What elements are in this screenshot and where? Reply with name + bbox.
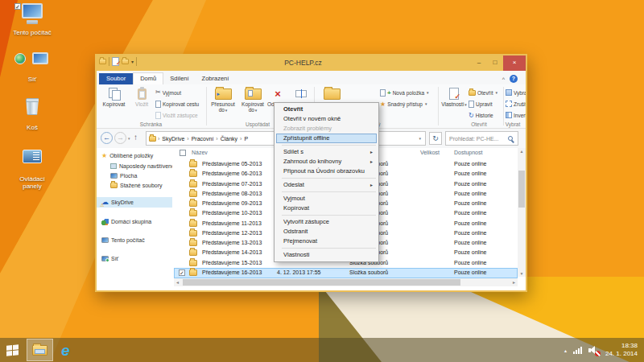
qat-chevron-icon[interactable]: ▾ [131,59,134,64]
button-label: Vložit [135,101,148,107]
back-button[interactable]: ← [101,132,113,144]
vertical-scroll-thumb[interactable] [518,171,525,208]
file-type: Složka souborů [349,269,388,275]
ribbon-collapse-icon[interactable]: ^ [502,76,505,82]
scroll-up-icon[interactable]: ▲ [518,149,526,154]
close-button[interactable]: × [503,56,526,71]
history-button[interactable]: ↻ Historie [469,110,493,120]
scroll-down-icon[interactable]: ▼ [518,271,526,276]
new-folder-qat-icon[interactable] [122,59,129,64]
panel-glyph [23,150,42,163]
desktop-icon-this-pc[interactable]: ✓ Tento počítač [10,2,55,36]
title-bar[interactable]: ✓ ▾ PC-HELP.cz – □ × [97,56,526,71]
start-button[interactable] [2,339,23,361]
column-header-size[interactable]: Velikost [391,150,440,155]
column-header-name[interactable]: Název [192,150,208,155]
taskbar-item-explorer[interactable] [27,339,53,361]
menu-item-zpristupnit-offline[interactable]: Zpřístupnit offline [276,134,377,143]
search-input[interactable]: Prohledat: PC-HE... [445,131,518,146]
edit-button[interactable]: Upravit [469,99,493,109]
menu-item-zahrnout-do-knihovny[interactable]: Zahrnout do knihovny► [275,157,378,167]
tab-domu[interactable]: Domů [133,72,163,84]
desktop-icon-recycle-bin[interactable]: Koš [10,97,55,131]
tab-soubor[interactable]: Soubor [99,73,133,84]
breadcrumb-item[interactable]: ›Pracovní [185,136,214,142]
paste-button[interactable]: Vložit [130,86,154,107]
breadcrumb-item[interactable]: ›P [238,136,249,142]
column-header-availability[interactable]: Dostupnost [454,150,482,155]
menu-item-odeslat[interactable]: Odeslat► [275,180,378,190]
paste-shortcut-button[interactable]: Vložit zástupce [155,110,198,120]
breadcrumb-item[interactable]: ›SkyDrive [156,136,185,142]
chevron-down-icon: ▾ [225,108,228,113]
address-dropdown-icon[interactable]: ▾ [419,136,423,141]
vertical-scrollbar[interactable]: ▲ ▼ [518,148,526,277]
help-icon[interactable]: ? [510,75,518,83]
properties-button[interactable]: ✓ Vlastnosti▾ [440,86,468,108]
menu-item-otevrit-v-novem-okne[interactable]: Otevřít v novém okně [275,114,378,124]
desktop-icon-control-panel[interactable]: Ovládací panely [10,146,55,190]
properties-qat-icon[interactable]: ✓ [112,57,119,66]
submenu-arrow-icon: ► [369,147,374,157]
copy-to-button[interactable]: Kopírovat do▾ [238,86,267,113]
tab-zobrazeni[interactable]: Zobrazení [196,73,236,84]
scroll-left-icon[interactable]: ◂ [174,278,181,286]
file-availability: Pouze online [454,240,486,245]
menu-item-otevrit[interactable]: Otevřít [275,105,378,114]
row-checkbox[interactable]: ✓ [179,269,185,276]
select-all-button[interactable]: Vybrat vše [506,88,526,97]
sidebar-item-this-pc[interactable]: Tento počítač [97,235,172,245]
up-button[interactable]: ↑ [134,133,138,142]
menu-item-kopirovat[interactable]: Kopírovat [275,204,378,213]
menu-item-vlastnosti[interactable]: Vlastnosti [275,250,378,260]
new-item-button[interactable]: + Nová položka▾ [380,88,429,97]
menu-item-vyjmout[interactable]: Vyjmout [275,194,378,204]
select-none-button[interactable]: Zrušit výběr [506,99,526,109]
item-checkbox[interactable]: ✓ [14,3,21,10]
taskbar-item-internet-explorer[interactable]: e [56,339,75,361]
network-tray-icon[interactable] [573,347,582,354]
sidebar-item-favorites[interactable]: ★ Oblíbené položky [97,150,172,161]
scroll-right-icon[interactable]: ▸ [510,278,518,286]
paste-shortcut-icon [155,112,161,119]
cut-button[interactable]: ✂ Vyjmout [155,88,181,97]
copy-button[interactable]: Kopírovat [99,86,129,107]
horizontal-scroll-thumb[interactable] [183,279,460,286]
file-availability: Pouze online [454,249,486,255]
sidebar-item-skydrive[interactable]: ☁⚠ SkyDrive [97,197,172,208]
recent-locations-icon[interactable]: ▾ [128,136,130,141]
hidden-icons-chevron[interactable]: ▴ [564,348,567,353]
globe-glyph [14,53,26,64]
volume-muted-icon[interactable] [588,346,599,355]
desktop-icon-network[interactable]: Síť [10,50,55,83]
sidebar-item-network[interactable]: Síť [97,253,172,264]
forward-button[interactable]: → [114,132,126,144]
horizontal-scrollbar[interactable]: ◂ ▸ [174,278,518,286]
copy-path-button[interactable]: Kopírovat cestu [155,99,199,109]
minimize-button[interactable]: – [471,56,487,71]
invert-selection-button[interactable]: Invertovat výběr [506,110,526,120]
table-row-selected[interactable]: ✓ Představujeme 16-2013 4. 12. 2013 17:5… [174,268,518,278]
monitor-glyph [32,52,48,64]
menu-item-sdilet-s[interactable]: Sdílet s► [275,147,378,157]
file-name: Představujeme 05-2013 [202,161,262,167]
menu-item-prejmenovat[interactable]: Přejmenovat [275,237,378,246]
breadcrumb-item[interactable]: ›Články [214,136,238,142]
button-label: Vybrat vše [514,90,526,96]
chevron-down-icon: ▾ [427,90,429,95]
menu-item-vytvorit-zastupce[interactable]: Vytvořit zástupce [275,217,378,227]
sidebar-item-downloads[interactable]: Stažené soubory [97,180,172,191]
open-button[interactable]: Otevřít▾ [469,88,497,97]
menu-item-odstranit[interactable]: Odstranit [275,227,378,237]
tab-sdileni[interactable]: Sdílení [163,73,195,84]
move-to-button[interactable]: ▸ Přesunout do▾ [208,86,238,113]
select-all-checkbox[interactable] [180,150,186,156]
check-glyph: ✓ [116,60,121,67]
refresh-icon[interactable]: ↻ [429,132,442,145]
easy-access-button[interactable]: ★ Snadný přístup▾ [380,99,427,109]
menu-item-pripnout-na-uvodni-obrazovku[interactable]: Připnout na Úvodní obrazovku [275,167,378,176]
sidebar-item-homegroup[interactable]: Domácí skupina [97,216,172,227]
edit-icon [469,101,474,108]
taskbar-clock[interactable]: 18:38 24. 1. 2014 [605,342,638,359]
maximize-button[interactable]: □ [487,56,503,71]
